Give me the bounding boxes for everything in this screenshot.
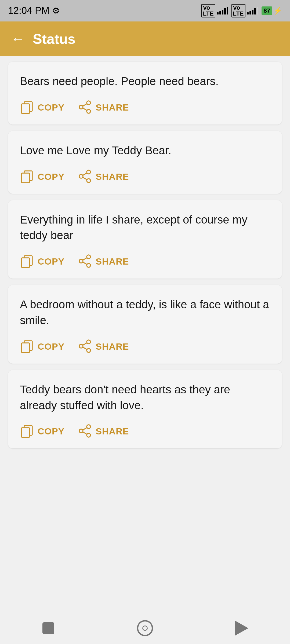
- svg-rect-22: [21, 343, 30, 353]
- share-button-1[interactable]: SHARE: [78, 100, 129, 115]
- quote-card-2: Love me Love my Teddy Bear. COPY: [8, 131, 282, 194]
- quote-card-1: Bears need people. People need bears. CO…: [8, 62, 282, 125]
- quote-text-4: A bedroom without a teddy, is like a fac…: [20, 297, 270, 328]
- quote-card-4: A bedroom without a teddy, is like a fac…: [8, 285, 282, 364]
- signal-bar: [247, 12, 249, 14]
- svg-line-6: [83, 108, 87, 110]
- share-button-4[interactable]: SHARE: [78, 339, 129, 354]
- back-button[interactable]: ←: [11, 31, 25, 47]
- card-actions-5: COPY SHARE: [20, 424, 270, 439]
- svg-line-19: [83, 258, 87, 260]
- quote-card-5: Teddy bears don't need hearts as they ar…: [8, 370, 282, 449]
- quote-text-2: Love me Love my Teddy Bear.: [20, 143, 270, 159]
- card-actions-3: COPY SHARE: [20, 254, 270, 269]
- copy-label-3: COPY: [38, 256, 64, 267]
- signal-bars-1: [217, 7, 228, 14]
- svg-point-23: [87, 340, 90, 344]
- share-button-3[interactable]: SHARE: [78, 254, 129, 269]
- back-icon: [235, 621, 248, 636]
- svg-point-16: [87, 255, 90, 259]
- status-bar-left: 12:04 PM ⚙: [8, 5, 60, 16]
- quote-card-3: Everything in life I share, except of co…: [8, 200, 282, 279]
- share-icon-4: [78, 339, 92, 354]
- signal-bar: [222, 10, 223, 14]
- quote-text-3: Everything in life I share, except of co…: [20, 212, 270, 244]
- svg-line-26: [83, 343, 87, 345]
- gear-icon: ⚙: [52, 6, 60, 16]
- share-label-4: SHARE: [96, 341, 129, 352]
- battery-indicator: 87 ⚡: [262, 6, 282, 15]
- svg-point-11: [87, 179, 90, 182]
- copy-label-1: COPY: [38, 102, 64, 113]
- nav-home-button[interactable]: [134, 617, 156, 639]
- copy-label-4: COPY: [38, 341, 64, 352]
- home-icon: [137, 620, 153, 636]
- share-icon-3: [78, 254, 92, 269]
- svg-point-10: [79, 174, 83, 178]
- svg-rect-15: [21, 258, 30, 268]
- copy-button-2[interactable]: COPY: [20, 169, 64, 184]
- quote-text-1: Bears need people. People need bears.: [20, 74, 270, 89]
- svg-rect-29: [21, 428, 30, 437]
- status-bar: 12:04 PM ⚙ VoLTE VoLTE 87: [0, 0, 290, 21]
- copy-icon-3: [20, 254, 34, 269]
- share-label-5: SHARE: [96, 426, 129, 437]
- volte-badge-2: VoLTE: [231, 4, 245, 17]
- copy-icon-4: [20, 339, 34, 354]
- volte-badge-1: VoLTE: [201, 4, 215, 17]
- svg-point-9: [87, 170, 90, 174]
- signal-bars-2: [247, 7, 258, 14]
- svg-point-4: [87, 109, 90, 113]
- signal-bar: [249, 11, 251, 14]
- signal-bar: [252, 10, 253, 14]
- nav-back-button[interactable]: [231, 617, 252, 639]
- signal-group-2: VoLTE: [231, 4, 258, 17]
- svg-point-25: [87, 349, 90, 352]
- svg-rect-8: [21, 173, 30, 183]
- svg-point-2: [87, 101, 90, 105]
- nav-bar: [0, 612, 290, 644]
- svg-line-13: [83, 177, 87, 180]
- svg-line-34: [83, 432, 87, 434]
- svg-rect-1: [21, 104, 30, 114]
- quotes-list: Bears need people. People need bears. CO…: [0, 56, 290, 612]
- svg-point-24: [79, 344, 83, 348]
- signal-group-1: VoLTE: [201, 4, 228, 17]
- copy-label-5: COPY: [38, 426, 64, 437]
- home-icon-inner: [142, 625, 148, 631]
- svg-line-12: [83, 173, 87, 175]
- copy-button-1[interactable]: COPY: [20, 100, 64, 115]
- copy-icon-5: [20, 424, 34, 439]
- svg-point-3: [79, 105, 83, 109]
- svg-point-32: [87, 433, 90, 437]
- share-label-1: SHARE: [96, 102, 129, 113]
- status-time: 12:04 PM: [8, 5, 49, 16]
- copy-button-4[interactable]: COPY: [20, 339, 64, 354]
- svg-point-30: [87, 425, 90, 429]
- recents-icon: [42, 622, 54, 634]
- page-title: Status: [33, 31, 75, 47]
- signal-bar: [257, 7, 258, 14]
- nav-recents-button[interactable]: [38, 617, 59, 639]
- svg-point-31: [79, 429, 83, 433]
- share-label-3: SHARE: [96, 256, 129, 267]
- share-button-5[interactable]: SHARE: [78, 424, 129, 439]
- svg-line-27: [83, 347, 87, 349]
- signal-bar: [217, 12, 219, 14]
- charging-icon: ⚡: [273, 7, 282, 15]
- share-button-2[interactable]: SHARE: [78, 169, 129, 184]
- battery-level: 87: [262, 6, 272, 15]
- card-actions-2: COPY SHARE: [20, 169, 270, 184]
- copy-button-3[interactable]: COPY: [20, 254, 64, 269]
- copy-icon-1: [20, 100, 34, 115]
- quote-text-5: Teddy bears don't need hearts as they ar…: [20, 382, 270, 414]
- svg-line-5: [83, 104, 87, 106]
- copy-button-5[interactable]: COPY: [20, 424, 64, 439]
- svg-line-20: [83, 262, 87, 264]
- app-header: ← Status: [0, 21, 290, 56]
- share-icon-2: [78, 169, 92, 184]
- card-actions-4: COPY SHARE: [20, 339, 270, 354]
- signal-bar: [254, 8, 256, 14]
- copy-icon-2: [20, 169, 34, 184]
- share-label-2: SHARE: [96, 171, 129, 182]
